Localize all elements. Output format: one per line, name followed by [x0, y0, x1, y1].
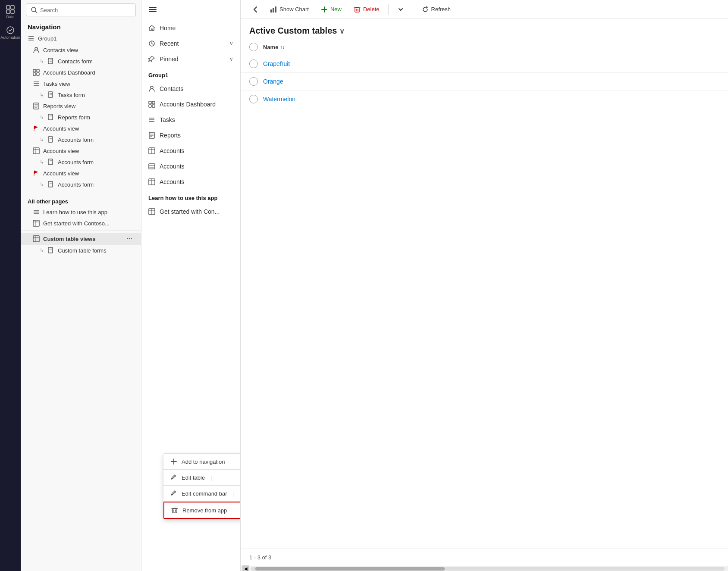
back-button[interactable] — [248, 3, 263, 16]
context-menu: Add to navigation Edit table | › Edit co… — [163, 453, 241, 519]
row-link-grapefruit[interactable]: Grapefruit — [263, 60, 290, 67]
nav-accounts-view-3[interactable]: Accounts view — [21, 168, 141, 179]
menu-reports[interactable]: Reports — [141, 128, 240, 143]
refresh-label: Refresh — [431, 6, 451, 12]
nav-accounts-dashboard[interactable]: Accounts Dashboard — [21, 67, 141, 78]
scroll-thumb[interactable] — [255, 567, 445, 571]
nav-accounts-view-2-label: Accounts view — [43, 148, 79, 154]
nav-custom-table-views[interactable]: Custom table views ··· — [21, 233, 141, 245]
back-arrow-icon — [251, 5, 260, 14]
row-link-orange[interactable]: Orange — [263, 78, 283, 85]
all-other-pages-header: All other pages — [21, 194, 141, 206]
nav-accounts-view-2[interactable]: Accounts view — [21, 145, 141, 156]
context-remove-from-app-label: Remove from app — [182, 507, 227, 514]
svg-rect-35 — [48, 159, 53, 165]
row-checkbox-2[interactable] — [249, 77, 258, 86]
svg-rect-48 — [48, 247, 53, 253]
nav-accounts-form-1[interactable]: ↳ Accounts form — [21, 134, 141, 145]
nav-reports-form[interactable]: ↳ Reports form — [21, 112, 141, 123]
menu-recent[interactable]: Recent ∨ — [141, 36, 240, 51]
nav-contacts-view[interactable]: Contacts view — [21, 44, 141, 56]
table-row[interactable]: Orange — [241, 73, 728, 90]
title-chevron-icon[interactable]: ∨ — [339, 28, 345, 35]
nav-tasks-form-label: Tasks form — [58, 92, 85, 98]
svg-rect-3 — [11, 10, 14, 13]
menu-group1-label: Group1 — [148, 72, 168, 78]
svg-rect-16 — [33, 73, 36, 75]
row-checkbox-3[interactable] — [249, 95, 258, 103]
dropdown-button[interactable] — [392, 3, 409, 16]
table-row[interactable]: Grapefruit — [241, 55, 728, 73]
three-dots-menu[interactable]: ··· — [125, 235, 134, 243]
delete-label: Delete — [363, 6, 380, 12]
nav-accounts-form-3-label: Accounts form — [58, 181, 94, 188]
menu-accounts-1[interactable]: Accounts — [141, 143, 240, 159]
main-content: Show Chart New Delete — [241, 0, 728, 571]
nav-custom-table-views-label: Custom table views — [43, 236, 95, 242]
nav-contacts-form[interactable]: ↳ Contacts form — [21, 56, 141, 67]
menu-home[interactable]: Home — [141, 20, 240, 36]
show-chart-button[interactable]: Show Chart — [265, 3, 314, 16]
context-edit-command-bar[interactable]: Edit command bar | › — [163, 486, 241, 501]
table-icon-1 — [33, 147, 40, 154]
reports-icon — [33, 103, 40, 109]
context-add-to-nav[interactable]: Add to navigation — [163, 454, 241, 469]
scroll-track[interactable] — [251, 567, 725, 571]
pagination-text: 1 - 3 of 3 — [249, 554, 271, 561]
table-icon-4 — [148, 208, 155, 215]
group1-list-icon — [28, 35, 35, 42]
svg-rect-2 — [6, 10, 10, 13]
nav-custom-table-forms[interactable]: ↳ Custom table forms — [21, 245, 141, 256]
data-icon-item[interactable]: Data — [2, 3, 19, 21]
menu-contacts[interactable]: Contacts — [141, 81, 240, 97]
nav-tasks-form[interactable]: ↳ Tasks form — [21, 89, 141, 100]
context-remove-from-app[interactable]: Remove from app — [163, 502, 241, 519]
new-button[interactable]: New — [316, 3, 347, 16]
toolbar-separator-2 — [413, 4, 413, 15]
nav-accounts-view-1[interactable]: Accounts view — [21, 123, 141, 134]
form-icon-4 — [47, 136, 54, 143]
menu-get-started[interactable]: Get started with Con... — [141, 204, 240, 219]
search-input[interactable] — [40, 7, 131, 13]
scroll-left-button[interactable]: ◀ — [242, 565, 249, 571]
refresh-button[interactable]: Refresh — [417, 3, 456, 16]
row-checkbox-1[interactable] — [249, 59, 258, 68]
context-edit-table[interactable]: Edit table | › — [163, 470, 241, 485]
menu-tasks[interactable]: Tasks — [141, 112, 240, 128]
content-title: Active Custom tables ∨ — [249, 26, 345, 36]
menu-accounts-3[interactable]: Accounts — [141, 174, 240, 190]
home-icon — [148, 25, 155, 31]
accounts-icon-1 — [148, 147, 155, 154]
sort-icon[interactable]: ↑↓ — [280, 44, 285, 50]
svg-rect-80 — [173, 509, 177, 513]
header-checkbox[interactable] — [249, 43, 258, 51]
nav-tasks-view[interactable]: Tasks view — [21, 78, 141, 89]
nav-contacts-view-label: Contacts view — [43, 47, 78, 53]
nav-get-started-label: Get started with Contoso... — [43, 220, 110, 227]
nav-reports-view[interactable]: Reports view — [21, 100, 141, 112]
menu-accounts-dashboard[interactable]: Accounts Dashboard — [141, 97, 240, 112]
form-icon-3 — [47, 114, 54, 121]
horizontal-scrollbar[interactable]: ◀ — [241, 566, 728, 571]
table-row[interactable]: Watermelon — [241, 90, 728, 108]
automation-icon-item[interactable]: Automation — [2, 24, 19, 41]
nav-get-started[interactable]: Get started with Contoso... — [21, 218, 141, 229]
delete-button[interactable]: Delete — [348, 3, 385, 16]
search-box[interactable] — [26, 3, 136, 16]
search-icon — [31, 6, 38, 13]
sub-arrow-icon-3: ↳ — [40, 114, 44, 120]
svg-rect-0 — [6, 6, 10, 9]
nav-accounts-form-2[interactable]: ↳ Accounts form — [21, 156, 141, 168]
row-link-watermelon[interactable]: Watermelon — [263, 96, 295, 103]
name-column-header[interactable]: Name ↑↓ — [263, 44, 285, 50]
nav-accounts-form-3[interactable]: ↳ Accounts form — [21, 179, 141, 190]
menu-pinned[interactable]: Pinned ∨ — [141, 51, 240, 67]
flag-icon-2 — [33, 170, 40, 177]
nav-learn-how[interactable]: Learn how to use this app — [21, 206, 141, 218]
dashboard-icon — [33, 69, 40, 76]
chart-icon — [270, 6, 277, 13]
svg-rect-57 — [149, 105, 151, 107]
hamburger-button[interactable] — [141, 0, 240, 20]
table-icon-2 — [33, 220, 40, 227]
menu-accounts-2[interactable]: Accounts — [141, 159, 240, 174]
